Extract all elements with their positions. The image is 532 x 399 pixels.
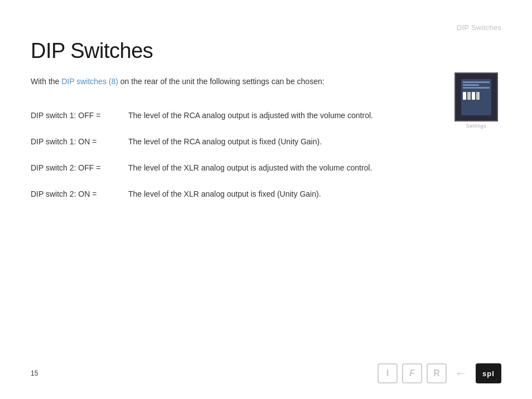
switch-description-1: The level of the RCA analog output is ad… bbox=[128, 110, 373, 121]
switch-description-3: The level of the XLR analog output is ad… bbox=[128, 162, 372, 174]
settings-device-image bbox=[454, 72, 498, 121]
intro-text-before: With the bbox=[31, 77, 61, 86]
dip-switch-visual-1 bbox=[463, 92, 466, 100]
switch-row-1: DIP switch 1: OFF = The level of the RCA… bbox=[31, 110, 438, 121]
footer-icon-f[interactable]: F bbox=[402, 363, 422, 383]
switch-row-4: DIP switch 2: ON = The level of the XLR … bbox=[31, 188, 438, 200]
dip-switches-visual bbox=[463, 92, 480, 100]
switch-label-3: DIP switch 2: OFF = bbox=[31, 162, 128, 174]
settings-image-container: Settings bbox=[451, 72, 501, 129]
footer-icon-f-label: F bbox=[409, 368, 415, 378]
footer-arrow-label: ← bbox=[455, 366, 467, 381]
settings-image-label: Settings bbox=[451, 123, 501, 129]
screen-line-3 bbox=[463, 87, 490, 89]
footer-icons: I F R ← spl bbox=[378, 363, 501, 383]
switch-description-4: The level of the XLR analog output is fi… bbox=[128, 188, 321, 200]
section-label: DIP Switches bbox=[457, 23, 501, 32]
intro-text-after: on the rear of the unit the following se… bbox=[118, 77, 325, 86]
footer: 15 I F R ← spl bbox=[0, 363, 532, 383]
intro-paragraph: With the DIP switches (8) on the rear of… bbox=[31, 75, 501, 87]
footer-icon-r-label: R bbox=[433, 368, 440, 378]
page-container: DIP Switches Settings DIP Switches With … bbox=[0, 0, 532, 399]
switch-description-2: The level of the RCA analog output is fi… bbox=[128, 136, 322, 148]
footer-icon-arrow[interactable]: ← bbox=[451, 363, 471, 383]
dip-switch-visual-4 bbox=[476, 92, 480, 100]
switch-row-2: DIP switch 1: ON = The level of the RCA … bbox=[31, 136, 438, 148]
spl-logo-text: spl bbox=[482, 369, 495, 378]
footer-icon-i-label: I bbox=[386, 368, 389, 378]
dip-switch-visual-2 bbox=[467, 92, 471, 100]
page-title: DIP Switches bbox=[31, 39, 501, 63]
dip-switch-visual-3 bbox=[472, 92, 475, 100]
footer-icon-r[interactable]: R bbox=[427, 363, 447, 383]
settings-screen bbox=[461, 79, 491, 115]
switch-row-3: DIP switch 2: OFF = The level of the XLR… bbox=[31, 162, 438, 174]
screen-line-1 bbox=[463, 81, 490, 83]
page-number: 15 bbox=[31, 369, 378, 377]
spl-logo: spl bbox=[476, 363, 501, 383]
footer-icon-i[interactable]: I bbox=[378, 363, 398, 383]
switch-label-4: DIP switch 2: ON = bbox=[31, 188, 128, 200]
switch-label-2: DIP switch 1: ON = bbox=[31, 136, 128, 148]
switch-table: DIP switch 1: OFF = The level of the RCA… bbox=[31, 110, 438, 200]
screen-line-2 bbox=[463, 84, 479, 86]
dip-switches-link[interactable]: DIP switches (8) bbox=[61, 77, 118, 86]
switch-label-1: DIP switch 1: OFF = bbox=[31, 110, 128, 121]
